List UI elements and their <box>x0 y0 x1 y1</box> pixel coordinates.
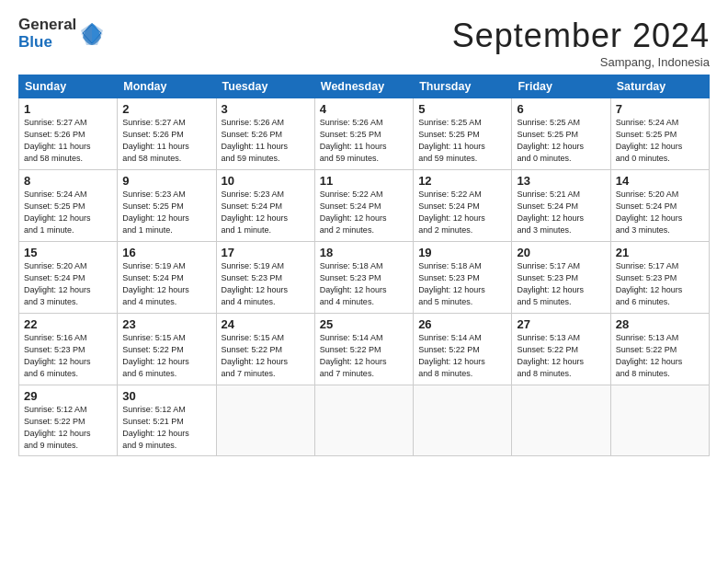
day-info: Sunrise: 5:17 AM Sunset: 5:23 PM Dayligh… <box>616 260 704 308</box>
day-info: Sunrise: 5:15 AM Sunset: 5:22 PM Dayligh… <box>222 332 310 380</box>
calendar-cell: 30Sunrise: 5:12 AM Sunset: 5:21 PM Dayli… <box>118 385 216 456</box>
day-number: 22 <box>24 317 112 331</box>
calendar-table: SundayMondayTuesdayWednesdayThursdayFrid… <box>18 75 710 456</box>
weekday-header-friday: Friday <box>512 75 610 98</box>
day-info: Sunrise: 5:19 AM Sunset: 5:24 PM Dayligh… <box>122 260 210 308</box>
day-number: 3 <box>222 102 310 116</box>
day-info: Sunrise: 5:24 AM Sunset: 5:25 PM Dayligh… <box>616 117 704 165</box>
day-number: 9 <box>122 174 210 188</box>
day-number: 10 <box>222 174 310 188</box>
weekday-header-saturday: Saturday <box>610 75 709 98</box>
day-info: Sunrise: 5:27 AM Sunset: 5:26 PM Dayligh… <box>122 117 210 165</box>
day-number: 25 <box>320 317 408 331</box>
weekday-header-sunday: Sunday <box>19 75 118 98</box>
calendar-cell: 18Sunrise: 5:18 AM Sunset: 5:23 PM Dayli… <box>314 242 413 314</box>
logo-icon <box>79 21 105 47</box>
day-number: 6 <box>517 102 605 116</box>
day-info: Sunrise: 5:22 AM Sunset: 5:24 PM Dayligh… <box>320 189 408 236</box>
day-info: Sunrise: 5:12 AM Sunset: 5:22 PM Dayligh… <box>24 404 112 452</box>
day-info: Sunrise: 5:14 AM Sunset: 5:22 PM Dayligh… <box>320 332 408 380</box>
week-row-4: 22Sunrise: 5:16 AM Sunset: 5:23 PM Dayli… <box>19 314 710 385</box>
day-number: 20 <box>517 246 605 259</box>
day-number: 19 <box>418 246 506 259</box>
week-row-2: 8Sunrise: 5:24 AM Sunset: 5:25 PM Daylig… <box>19 170 710 242</box>
weekday-header-tuesday: Tuesday <box>216 75 314 98</box>
day-info: Sunrise: 5:25 AM Sunset: 5:25 PM Dayligh… <box>418 117 506 165</box>
calendar-cell: 8Sunrise: 5:24 AM Sunset: 5:25 PM Daylig… <box>19 170 118 242</box>
calendar-cell: 26Sunrise: 5:14 AM Sunset: 5:22 PM Dayli… <box>414 314 512 385</box>
calendar-cell: 16Sunrise: 5:19 AM Sunset: 5:24 PM Dayli… <box>118 242 216 314</box>
calendar-cell: 21Sunrise: 5:17 AM Sunset: 5:23 PM Dayli… <box>610 242 709 314</box>
day-info: Sunrise: 5:26 AM Sunset: 5:26 PM Dayligh… <box>222 117 310 165</box>
calendar-cell: 9Sunrise: 5:23 AM Sunset: 5:25 PM Daylig… <box>118 170 216 242</box>
day-info: Sunrise: 5:27 AM Sunset: 5:26 PM Dayligh… <box>24 117 112 165</box>
day-number: 14 <box>616 174 704 188</box>
calendar-cell: 7Sunrise: 5:24 AM Sunset: 5:25 PM Daylig… <box>610 98 709 170</box>
calendar-cell: 13Sunrise: 5:21 AM Sunset: 5:24 PM Dayli… <box>512 170 610 242</box>
weekday-header-row: SundayMondayTuesdayWednesdayThursdayFrid… <box>19 75 710 98</box>
day-number: 16 <box>122 246 210 259</box>
location-subtitle: Sampang, Indonesia <box>452 55 710 69</box>
day-number: 21 <box>616 246 704 259</box>
header: General Blue September 2024 Sampang, Ind… <box>18 17 710 69</box>
calendar-cell <box>314 385 413 456</box>
calendar-cell: 27Sunrise: 5:13 AM Sunset: 5:22 PM Dayli… <box>512 314 610 385</box>
calendar-cell: 5Sunrise: 5:25 AM Sunset: 5:25 PM Daylig… <box>414 98 512 170</box>
day-info: Sunrise: 5:24 AM Sunset: 5:25 PM Dayligh… <box>24 189 112 236</box>
calendar-page: General Blue September 2024 Sampang, Ind… <box>0 0 728 563</box>
calendar-cell: 1Sunrise: 5:27 AM Sunset: 5:26 PM Daylig… <box>19 98 118 170</box>
day-info: Sunrise: 5:12 AM Sunset: 5:21 PM Dayligh… <box>122 404 210 452</box>
calendar-cell: 24Sunrise: 5:15 AM Sunset: 5:22 PM Dayli… <box>216 314 314 385</box>
logo: General Blue <box>18 17 105 51</box>
day-number: 2 <box>122 102 210 116</box>
day-info: Sunrise: 5:23 AM Sunset: 5:25 PM Dayligh… <box>122 189 210 236</box>
calendar-cell: 2Sunrise: 5:27 AM Sunset: 5:26 PM Daylig… <box>118 98 216 170</box>
calendar-cell: 29Sunrise: 5:12 AM Sunset: 5:22 PM Dayli… <box>19 385 118 456</box>
day-number: 27 <box>517 317 605 331</box>
day-info: Sunrise: 5:22 AM Sunset: 5:24 PM Dayligh… <box>418 189 506 236</box>
calendar-cell: 14Sunrise: 5:20 AM Sunset: 5:24 PM Dayli… <box>610 170 709 242</box>
week-row-1: 1Sunrise: 5:27 AM Sunset: 5:26 PM Daylig… <box>19 98 710 170</box>
calendar-cell: 19Sunrise: 5:18 AM Sunset: 5:23 PM Dayli… <box>414 242 512 314</box>
calendar-cell: 25Sunrise: 5:14 AM Sunset: 5:22 PM Dayli… <box>314 314 413 385</box>
calendar-cell: 12Sunrise: 5:22 AM Sunset: 5:24 PM Dayli… <box>414 170 512 242</box>
day-info: Sunrise: 5:23 AM Sunset: 5:24 PM Dayligh… <box>222 189 310 236</box>
day-number: 5 <box>418 102 506 116</box>
day-info: Sunrise: 5:13 AM Sunset: 5:22 PM Dayligh… <box>517 332 605 380</box>
weekday-header-monday: Monday <box>118 75 216 98</box>
logo-blue: Blue <box>18 34 76 52</box>
calendar-cell: 15Sunrise: 5:20 AM Sunset: 5:24 PM Dayli… <box>19 242 118 314</box>
day-info: Sunrise: 5:25 AM Sunset: 5:25 PM Dayligh… <box>517 117 605 165</box>
day-info: Sunrise: 5:19 AM Sunset: 5:23 PM Dayligh… <box>222 260 310 308</box>
day-number: 28 <box>616 317 704 331</box>
day-info: Sunrise: 5:14 AM Sunset: 5:22 PM Dayligh… <box>418 332 506 380</box>
calendar-cell: 11Sunrise: 5:22 AM Sunset: 5:24 PM Dayli… <box>314 170 413 242</box>
calendar-cell: 17Sunrise: 5:19 AM Sunset: 5:23 PM Dayli… <box>216 242 314 314</box>
day-info: Sunrise: 5:26 AM Sunset: 5:25 PM Dayligh… <box>320 117 408 165</box>
day-info: Sunrise: 5:18 AM Sunset: 5:23 PM Dayligh… <box>320 260 408 308</box>
day-number: 23 <box>122 317 210 331</box>
month-title: September 2024 <box>452 17 710 55</box>
day-number: 4 <box>320 102 408 116</box>
day-info: Sunrise: 5:17 AM Sunset: 5:23 PM Dayligh… <box>517 260 605 308</box>
calendar-cell: 4Sunrise: 5:26 AM Sunset: 5:25 PM Daylig… <box>314 98 413 170</box>
day-number: 7 <box>616 102 704 116</box>
weekday-header-thursday: Thursday <box>414 75 512 98</box>
day-number: 12 <box>418 174 506 188</box>
day-number: 29 <box>24 389 112 403</box>
day-number: 15 <box>24 246 112 259</box>
day-number: 30 <box>122 389 210 403</box>
day-info: Sunrise: 5:21 AM Sunset: 5:24 PM Dayligh… <box>517 189 605 236</box>
calendar-cell: 23Sunrise: 5:15 AM Sunset: 5:22 PM Dayli… <box>118 314 216 385</box>
calendar-cell: 20Sunrise: 5:17 AM Sunset: 5:23 PM Dayli… <box>512 242 610 314</box>
day-info: Sunrise: 5:20 AM Sunset: 5:24 PM Dayligh… <box>24 260 112 308</box>
title-block: September 2024 Sampang, Indonesia <box>452 17 710 69</box>
day-info: Sunrise: 5:20 AM Sunset: 5:24 PM Dayligh… <box>616 189 704 236</box>
day-number: 18 <box>320 246 408 259</box>
day-info: Sunrise: 5:15 AM Sunset: 5:22 PM Dayligh… <box>122 332 210 380</box>
week-row-5: 29Sunrise: 5:12 AM Sunset: 5:22 PM Dayli… <box>19 385 710 456</box>
day-number: 1 <box>24 102 112 116</box>
day-info: Sunrise: 5:18 AM Sunset: 5:23 PM Dayligh… <box>418 260 506 308</box>
calendar-cell: 28Sunrise: 5:13 AM Sunset: 5:22 PM Dayli… <box>610 314 709 385</box>
calendar-cell: 10Sunrise: 5:23 AM Sunset: 5:24 PM Dayli… <box>216 170 314 242</box>
